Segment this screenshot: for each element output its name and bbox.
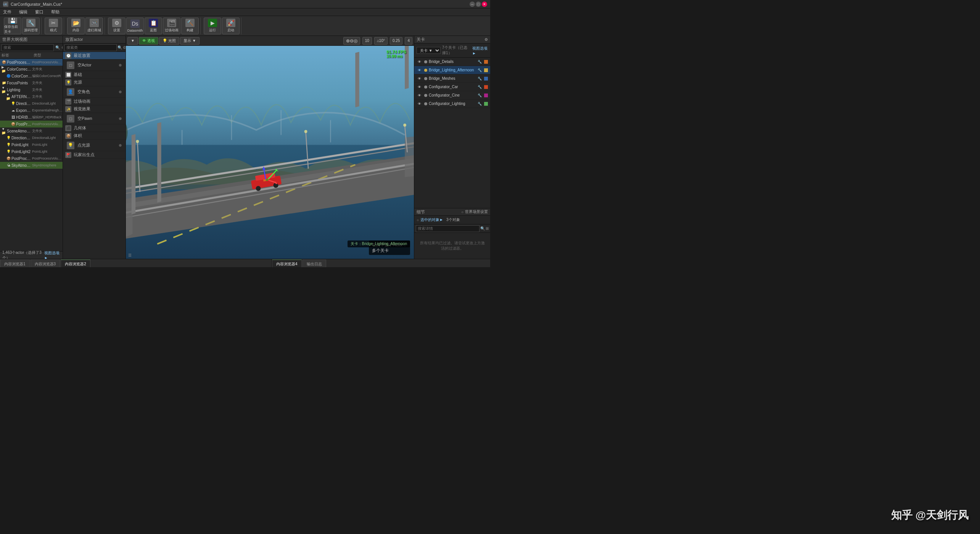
source-control-button[interactable]: 🔧 源码管理 <box>22 18 40 34</box>
tree-item[interactable]: ☁ ExponentialHeightFog ExponentialHeight… <box>0 107 63 114</box>
level-item-bridge-details[interactable]: 👁 Bridge_Details 🔧 <box>414 58 490 66</box>
levels-settings-icon[interactable]: ⚙ <box>484 37 488 42</box>
place-item-point-light[interactable]: 💡 点光源 ⊕ <box>63 140 126 151</box>
build-button[interactable]: 🔨 构建 <box>181 18 199 34</box>
place-actor-panel: 放置actor 🔍 ⚙ 🕐 最近放置 □ 空Actor ⊕ ⬜ 基础 💡 <box>63 36 126 259</box>
details-expand-icon[interactable]: ⊞ <box>486 226 489 231</box>
tree-item-icon: 🔵 <box>6 74 11 78</box>
perspective-label: 透视 <box>147 38 155 44</box>
details-search-input[interactable] <box>416 225 480 232</box>
details-search-icon[interactable]: 🔍 <box>480 226 485 231</box>
level-action-icon[interactable]: 🔧 <box>478 85 482 89</box>
save-button[interactable]: 💾 保存当前关卡 <box>4 18 21 34</box>
camera-speed-btn[interactable]: 4 <box>405 37 412 45</box>
outliner-footer: 1,463个actor（选择了3个） 视图选项► <box>0 251 63 259</box>
viewport-canvas[interactable]: 91.74 FPS 10.99 ms 在其中选中Actor： 多个关卡 关卡：B… <box>126 46 414 259</box>
place-search-input[interactable] <box>64 44 117 51</box>
level-item-configurator-lighting[interactable]: 👁 Configurator_Lighting 🔧 <box>414 100 490 108</box>
levels-dropdown[interactable]: 关卡 ▼ <box>417 47 441 54</box>
minimize-button[interactable]: ─ <box>470 2 475 7</box>
level-item-configurator-cine[interactable]: 👁 Configurator_Cine 🔧 <box>414 91 490 100</box>
grid-snap-btn[interactable]: 10 <box>362 37 372 45</box>
content-button[interactable]: 📂 内容 <box>67 18 85 34</box>
place-settings-icon[interactable]: ⚙ <box>123 45 126 50</box>
tree-item[interactable]: 🌤 SkyAtmosphere SkyAtmosphere <box>0 162 63 169</box>
maximize-button[interactable]: □ <box>476 2 481 7</box>
place-item-empty-pawn[interactable]: □ 空Pawn ⊕ <box>63 113 126 124</box>
cb-right-tab-4[interactable]: 内容浏览器4 <box>272 260 302 267</box>
scale-snap-btn[interactable]: 0.25 <box>390 37 402 45</box>
details-empty-message: 所有结果均已过滤。请尝试更改上方激活的过滤器。 <box>414 233 490 259</box>
window-controls[interactable]: ─ □ ✕ <box>470 2 487 7</box>
vp-show-btn[interactable]: 显示 ▼ <box>180 37 200 45</box>
tree-item[interactable]: ▼📁 Lighting 文件夹 <box>0 86 63 93</box>
tree-item-label: PostProcessVolume <box>16 122 32 126</box>
level-action-icon[interactable]: 🔧 <box>478 94 482 97</box>
level-name: Configurator_Cine <box>429 93 460 97</box>
vp-perspective-btn[interactable]: 👁 透视 <box>139 37 158 45</box>
category-light[interactable]: 💡 光源 <box>63 79 126 86</box>
category-recent[interactable]: 🕐 最近放置 <box>63 52 126 60</box>
target-radio[interactable]: ○ <box>417 218 419 222</box>
tree-item[interactable]: 📦 PostProcessVolume PostProcessVolume <box>0 155 63 162</box>
fps-counter: 91.74 FPS 10.99 ms <box>386 50 406 58</box>
cinematics-button[interactable]: 🎬 过场动画 <box>163 18 180 34</box>
view-options-button[interactable]: 视图选项► <box>44 250 60 259</box>
transform-btn[interactable]: ⊕⊖◎ <box>343 37 360 45</box>
tree-item[interactable]: 💡 PointLight PointLight <box>0 141 63 148</box>
menu-window[interactable]: 窗口 <box>34 9 45 15</box>
tree-item[interactable]: 📦 PostProcessVolume PostProcessVolume <box>0 121 63 127</box>
level-action-icon[interactable]: 🔧 <box>478 60 482 64</box>
vp-dropdown-btn[interactable]: ▼ <box>127 37 138 45</box>
play-button[interactable]: ▶ 运行 <box>204 18 221 34</box>
tree-item[interactable]: 🔵 ColorCorrectRegion 编辑ColorCorrectR <box>0 73 63 79</box>
levels-view-options[interactable]: 视图选项► <box>472 46 488 55</box>
spawn-icon: 🚩 <box>65 152 71 158</box>
level-action-icon[interactable]: 🔧 <box>478 102 482 106</box>
vr-button[interactable]: 🎮 虚幻商城 <box>85 18 103 34</box>
outliner-search-icon[interactable]: 🔍 <box>55 45 60 50</box>
cb-tab-3[interactable]: 内容浏览器3 <box>31 260 60 267</box>
category-spawn[interactable]: 🚩 玩家出生点 <box>63 151 126 159</box>
close-button[interactable]: ✕ <box>482 2 487 7</box>
tree-item[interactable]: ▼📁 AFTERNOON 文件夹 <box>0 93 63 100</box>
outliner-search-input[interactable] <box>2 44 54 51</box>
level-item-configurator-car[interactable]: 👁 Configurator_Car 🔧 <box>414 83 490 91</box>
level-item-bridge-meshes[interactable]: 👁 Bridge_Meshes 🔧 <box>414 74 490 83</box>
vp-lit-btn[interactable]: 💡 光照 <box>159 37 179 45</box>
settings-button[interactable]: ⚙ 设置 <box>108 18 126 34</box>
level-action-icon[interactable]: 🔧 <box>478 77 482 81</box>
tree-item[interactable]: 💡 DirectionalLight DirectionalLight <box>0 134 63 141</box>
world-settings-radio[interactable]: ○ <box>461 210 463 214</box>
category-basic[interactable]: ⬜ 基础 <box>63 71 126 79</box>
category-geometry[interactable]: ⬛ 几何体 <box>63 124 126 132</box>
world-outline-label: 世界大纲视图 <box>2 37 27 42</box>
tree-item[interactable]: 🖼 HDRIBackdrop 编辑BP_HDRIBack <box>0 114 63 121</box>
place-item-empty-character[interactable]: 👤 空角色 ⊕ <box>63 86 126 98</box>
category-cinematic[interactable]: 🎬 过场动画 <box>63 98 126 105</box>
cb-right-tab-log[interactable]: 输出日志 <box>303 260 326 267</box>
mode-button[interactable]: ✂ 模式 <box>45 18 62 34</box>
empty-actor-label: 空Actor <box>77 62 92 68</box>
level-action-icon[interactable]: 🔧 <box>478 68 482 72</box>
tree-item[interactable]: 💡 DirectionalLight DirectionalLight <box>0 100 63 107</box>
category-volume[interactable]: 📦 体积 <box>63 132 126 140</box>
tree-item[interactable]: ▶📁 ColorCorrectRegion 文件夹 <box>0 66 63 73</box>
datasmith-button[interactable]: Ds Datasmith <box>126 18 144 34</box>
launch-button[interactable]: 🚀 启动 <box>222 18 240 34</box>
tree-item[interactable]: ▼📁 SceneAtmosphere 文件夹 <box>0 127 63 134</box>
menu-help[interactable]: 帮助 <box>50 9 61 15</box>
tree-item[interactable]: 💡 PointLight2 PointLight <box>0 148 63 155</box>
category-visual[interactable]: ✨ 视觉效果 <box>63 105 126 113</box>
title-bar-text: CarConfigurator_Main.Cus* <box>11 2 470 6</box>
place-item-empty-actor[interactable]: □ 空Actor ⊕ <box>63 60 126 71</box>
blueprint-button[interactable]: 📋 蓝图 <box>145 18 162 34</box>
menu-edit[interactable]: 编辑 <box>18 9 29 15</box>
menu-file[interactable]: 文件 <box>2 9 13 15</box>
tree-item[interactable]: 📁 FocusPoints 文件夹 <box>0 79 63 86</box>
cb-tab-1[interactable]: 内容浏览器1 <box>0 260 30 267</box>
tree-item[interactable]: 📦 PostProcess_Interior PostProcessVolume <box>0 59 63 66</box>
cb-tab-2[interactable]: 内容浏览器2 <box>61 260 90 267</box>
angle-snap-btn[interactable]: △ 10° <box>374 37 388 45</box>
level-item-bridge-lighting[interactable]: 👁 Bridge_Lighting_Afternoon 🔧 <box>414 66 490 74</box>
